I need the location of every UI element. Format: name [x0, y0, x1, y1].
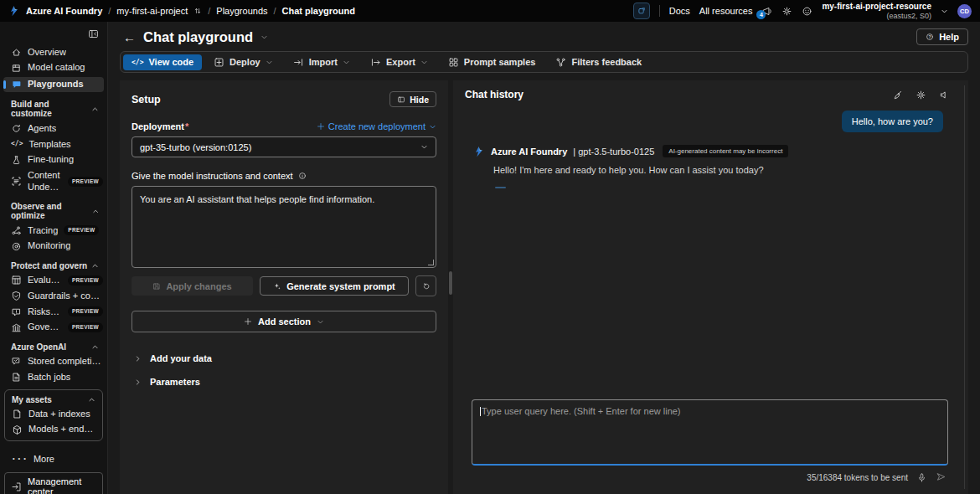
- sidebar-section-observe[interactable]: Observe and optimize: [0, 195, 107, 223]
- save-icon: [152, 282, 161, 291]
- chat-history-title: Chat history: [465, 89, 524, 100]
- sidebar-item-model-catalog[interactable]: Model catalog: [0, 60, 107, 76]
- feedback-smiley-icon[interactable]: [802, 6, 812, 17]
- copilot-icon: [637, 7, 646, 15]
- breadcrumb-playgrounds[interactable]: Playgrounds: [216, 6, 267, 16]
- settings-gear-icon[interactable]: [781, 6, 792, 17]
- assistant-message: Azure AI Foundry | gpt-3.5-turbo-0125 AI…: [473, 145, 957, 188]
- microphone-icon[interactable]: [916, 472, 927, 483]
- chevron-down-icon[interactable]: [941, 8, 948, 15]
- preview-badge: PREVIEW: [68, 177, 103, 187]
- prompt-samples-button[interactable]: Prompt samples: [440, 54, 544, 70]
- sidebar-item-evaluation[interactable]: Evaluation PREVIEW: [0, 273, 107, 289]
- deployment-select[interactable]: gpt-35-turbo (version:0125): [132, 136, 436, 157]
- add-your-data-section[interactable]: Add your data: [132, 353, 436, 363]
- back-button[interactable]: ←: [123, 31, 136, 44]
- breadcrumb-separator: /: [108, 6, 111, 16]
- chevron-down-icon[interactable]: [260, 33, 268, 41]
- chat-bubble-icon: [11, 79, 22, 90]
- speaker-icon[interactable]: [939, 90, 950, 100]
- reset-icon: [422, 282, 431, 291]
- home-icon: [11, 47, 22, 58]
- chevron-up-icon: [92, 208, 99, 215]
- sidebar-item-more[interactable]: ··· More: [0, 452, 107, 468]
- assistant-avatar-icon: [473, 146, 485, 157]
- app-name[interactable]: Azure AI Foundry: [26, 6, 102, 16]
- management-center-button[interactable]: Management center: [4, 472, 103, 494]
- sidebar-item-fine-tuning[interactable]: Fine-tuning: [0, 152, 107, 168]
- catalog-icon: [11, 63, 22, 74]
- plus-icon: [244, 317, 252, 326]
- sidebar-section-my-assets[interactable]: My assets: [5, 391, 102, 406]
- token-counter: 35/16384 tokens to be sent: [807, 473, 908, 482]
- sidebar-section-build[interactable]: Build and customize: [0, 93, 107, 121]
- sidebar-item-content-understanding[interactable]: Content Understanding PREVIEW: [0, 168, 107, 196]
- topbar-divider: [659, 5, 660, 17]
- system-message-textarea[interactable]: You are an AI assistant that helps peopl…: [132, 186, 436, 268]
- filters-feedback-button[interactable]: Filters feedback: [547, 54, 650, 70]
- scrollbar-thumb[interactable]: [449, 271, 452, 295]
- export-button[interactable]: Export: [362, 54, 436, 70]
- sidebar-item-playgrounds[interactable]: Playgrounds: [3, 77, 104, 93]
- copilot-button[interactable]: [633, 3, 650, 19]
- sidebar-section-protect[interactable]: Protect and govern: [0, 255, 107, 273]
- generate-system-prompt-button[interactable]: Generate system prompt: [260, 276, 409, 296]
- sidebar-item-risks-alerts[interactable]: Risks + alerts PREVIEW: [0, 304, 107, 320]
- docs-link[interactable]: Docs: [669, 6, 690, 16]
- sidebar-item-guardrails[interactable]: Guardrails + controls: [0, 288, 107, 304]
- sparkle-icon: [273, 282, 281, 291]
- chat-input[interactable]: Type user query here. (Shift + Enter for…: [472, 399, 948, 466]
- chevron-right-icon: [134, 355, 142, 363]
- shield-check-icon: [11, 291, 22, 301]
- reset-system-message-button[interactable]: [415, 275, 436, 296]
- sidebar-section-azure-openai[interactable]: Azure OpenAI: [0, 336, 107, 354]
- top-bar: Azure AI Foundry / my-first-ai-project /…: [0, 0, 980, 22]
- sidebar-item-tracing[interactable]: Tracing PREVIEW: [0, 223, 107, 239]
- resource-selector[interactable]: my-first-ai-project-resource (eastus2, S…: [822, 2, 931, 20]
- grid-icon: [448, 57, 459, 68]
- cube-icon: [12, 425, 23, 435]
- sidebar-item-monitoring[interactable]: Monitoring: [0, 239, 107, 255]
- chevron-up-icon: [91, 262, 99, 270]
- sidebar-item-stored-completions[interactable]: Stored completions: [0, 354, 107, 370]
- preview-badge: PREVIEW: [68, 306, 103, 316]
- azure-ai-foundry-logo-icon: [8, 5, 20, 17]
- bank-icon: [11, 322, 22, 333]
- breadcrumb-project[interactable]: my-first-ai-project: [116, 6, 188, 16]
- chat-settings-gear-icon[interactable]: [916, 90, 926, 100]
- view-code-button[interactable]: </> View code: [123, 54, 202, 70]
- sidebar-item-data-indexes[interactable]: Data + indexes: [5, 406, 102, 422]
- announcements-button[interactable]: 4: [761, 6, 772, 17]
- import-button[interactable]: Import: [285, 54, 358, 70]
- sidebar-item-batch-jobs[interactable]: Batch jobs: [0, 369, 107, 385]
- sidebar-item-governance[interactable]: Governance PREVIEW: [0, 320, 107, 336]
- collapse-sidebar-icon[interactable]: [88, 28, 99, 39]
- apply-changes-button[interactable]: Apply changes: [132, 276, 253, 296]
- sidebar-item-models-endpoints[interactable]: Models + endpoints: [5, 422, 102, 438]
- clear-chat-broom-icon[interactable]: [892, 90, 903, 100]
- alert-bubble-icon: [11, 306, 22, 317]
- all-resources-link[interactable]: All resources: [699, 6, 753, 16]
- create-new-deployment-link[interactable]: Create new deployment: [317, 121, 436, 131]
- help-button[interactable]: ? Help: [916, 28, 968, 45]
- hide-panel-button[interactable]: Hide: [389, 91, 436, 107]
- chat-panel: Chat history: [453, 80, 968, 494]
- sidebar-item-agents[interactable]: Agents: [0, 121, 107, 136]
- sidebar-item-templates[interactable]: </> Templates: [0, 136, 107, 152]
- plus-icon: [317, 122, 325, 131]
- chevron-down-icon: [420, 143, 428, 151]
- sidebar-item-overview[interactable]: Overview: [0, 44, 107, 60]
- avatar[interactable]: CD: [957, 4, 972, 18]
- assistant-model: | gpt-3.5-turbo-0125: [573, 147, 654, 157]
- send-button[interactable]: [936, 471, 946, 484]
- parameters-section[interactable]: Parameters: [132, 377, 436, 387]
- breadcrumb-separator: /: [274, 6, 276, 16]
- required-marker: *: [185, 121, 188, 131]
- chevron-up-icon: [88, 396, 95, 404]
- code-icon: </>: [132, 59, 143, 66]
- deploy-button[interactable]: Deploy: [205, 54, 281, 70]
- switch-project-icon[interactable]: [193, 7, 202, 15]
- add-section-button[interactable]: Add section: [132, 311, 436, 332]
- info-icon[interactable]: [298, 172, 307, 180]
- resource-name: my-first-ai-project-resource: [822, 2, 931, 12]
